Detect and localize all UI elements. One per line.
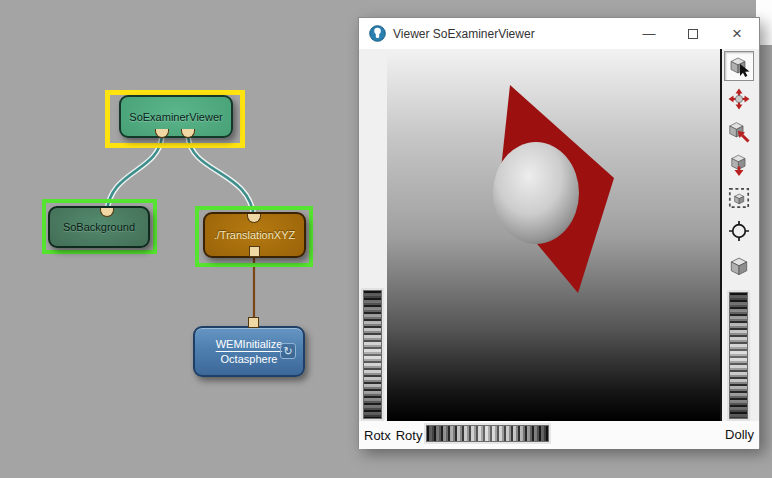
node-sobackground[interactable]: SoBackground <box>48 206 150 248</box>
roty-horizontal-thumbwheel[interactable] <box>426 425 549 442</box>
node-soexaminerviewer[interactable]: SoExaminerViewer <box>119 95 233 138</box>
dolly-thumbwheel[interactable] <box>729 292 748 419</box>
viewer-toolbar <box>724 51 754 279</box>
octasphere-mesh <box>493 142 579 244</box>
window-title: Viewer SoExaminerViewer <box>393 27 535 41</box>
rotx-label: Rotx <box>364 428 391 443</box>
focal-point-icon <box>727 219 751 243</box>
node-instance-label: Octasphere <box>221 352 278 367</box>
reload-button[interactable]: ↻ <box>280 343 296 359</box>
dolly-label: Dolly <box>725 427 754 442</box>
focal-point-button[interactable] <box>724 216 754 246</box>
examine-mode-icon <box>727 87 751 111</box>
view-all-icon <box>727 153 751 177</box>
view-selection-button[interactable] <box>724 183 754 213</box>
maximize-icon <box>688 29 698 39</box>
seek-button[interactable] <box>724 117 754 147</box>
mevislab-logo-icon <box>369 25 386 42</box>
output-connector[interactable] <box>248 317 259 328</box>
viewer-titlebar[interactable]: Viewer SoExaminerViewer — × <box>359 18 759 49</box>
node-weminitialize[interactable]: WEMInitialize Octasphere ↻ <box>193 326 305 377</box>
view-all-button[interactable] <box>724 150 754 180</box>
node-label: SoExaminerViewer <box>129 111 222 123</box>
examiner-viewport[interactable] <box>387 49 722 421</box>
pick-mode-button[interactable] <box>724 51 754 81</box>
minimize-button[interactable]: — <box>627 18 671 49</box>
close-button[interactable]: × <box>715 18 759 49</box>
camera-type-button[interactable] <box>724 249 754 279</box>
rotx-thumbwheel[interactable] <box>363 290 382 419</box>
viewer-bottombar: Rotx Roty <box>359 421 759 449</box>
node-label: WEMInitialize <box>216 337 283 352</box>
node-label: SoBackground <box>63 221 135 233</box>
view-selection-icon <box>727 186 751 210</box>
node-label: ./TranslationXYZ <box>214 229 296 241</box>
maximize-button[interactable] <box>671 18 715 49</box>
seek-icon <box>727 120 751 144</box>
camera-type-icon <box>727 252 751 276</box>
pick-mode-icon <box>727 54 751 78</box>
roty-label: Roty <box>396 428 423 443</box>
mevislab-desktop: SoExaminerViewer SoBackground ./Translat… <box>0 0 772 478</box>
viewer-window: Viewer SoExaminerViewer — × <box>358 17 760 448</box>
examine-mode-button[interactable] <box>724 84 754 114</box>
scene-render <box>387 49 720 421</box>
input-connector[interactable] <box>249 246 260 257</box>
